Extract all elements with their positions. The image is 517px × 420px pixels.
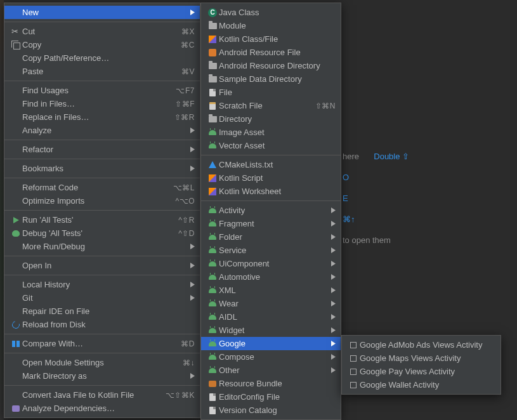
ctx-open-module-settings[interactable]: Open Module Settings⌘↓: [4, 356, 200, 369]
new-activity[interactable]: Activity: [201, 204, 341, 217]
google-google-admob-ads-views-activity[interactable]: Google AdMob Ads Views Activity: [342, 338, 501, 351]
new-android-resource-directory[interactable]: Android Resource Directory: [201, 59, 341, 72]
android-icon: [206, 355, 219, 360]
new-cmakelists-txt[interactable]: CMakeLists.txt: [201, 158, 341, 171]
ctx-reload-from-disk[interactable]: Reload from Disk: [4, 318, 200, 331]
android-icon: [206, 341, 219, 346]
ctx-compare-with[interactable]: Compare With…⌘D: [4, 337, 200, 350]
chevron-right-icon: [186, 164, 195, 173]
new-uicomponent[interactable]: UiComponent: [201, 257, 341, 270]
ctx-local-history[interactable]: Local History: [4, 278, 200, 291]
ctx-find-in-files[interactable]: Find in Files…⇧⌘F: [4, 97, 200, 110]
new-kotlin-script[interactable]: Kotlin Script: [201, 171, 341, 185]
new-java-class[interactable]: CJava Class: [201, 6, 341, 19]
ctx-more-run-debug[interactable]: More Run/Debug: [4, 240, 200, 253]
scratch-icon: [206, 102, 219, 110]
new-module[interactable]: Module: [201, 19, 341, 32]
menu-item-label: Compare With…: [22, 339, 174, 348]
google-google-wallet-activity[interactable]: Google Wallet Activity: [342, 378, 501, 391]
new-compose[interactable]: Compose: [201, 350, 341, 364]
menu-item-label: Resource Bundle: [219, 379, 327, 388]
google-google-pay-views-activity[interactable]: Google Pay Views Activity: [342, 365, 501, 378]
new-xml[interactable]: XML: [201, 284, 341, 297]
menu-item-label: XML: [219, 285, 327, 295]
new-version-catalog[interactable]: Version Catalog: [201, 404, 341, 417]
new-android-resource-file[interactable]: Android Resource File: [201, 46, 341, 59]
ctx-cut[interactable]: ✂Cut⌘X: [4, 25, 200, 38]
ctx-copy[interactable]: Copy⌘C: [4, 38, 200, 51]
ctx-open-in[interactable]: Open In: [4, 259, 200, 272]
ctx-find-usages[interactable]: Find Usages⌥F7: [4, 84, 200, 97]
ctx-analyze-dependencies[interactable]: Analyze Dependencies…: [4, 402, 200, 415]
menu-item-shortcut: ⌘D: [174, 339, 195, 348]
ctx-bookmarks[interactable]: Bookmarks: [4, 162, 200, 175]
ctx-convert-java-file-to-kotlin-file[interactable]: Convert Java File to Kotlin File⌥⇧⌘K: [4, 388, 200, 402]
menu-item-label: Copy Path/Reference…: [22, 53, 186, 63]
new-widget[interactable]: Widget: [201, 324, 341, 337]
android-icon: [206, 130, 219, 135]
ctx-new[interactable]: New: [4, 6, 200, 19]
ctx-repair-ide-on-file[interactable]: Repair IDE on File: [4, 305, 200, 318]
menu-item-label: Widget: [219, 325, 327, 335]
new-image-asset[interactable]: Image Asset: [201, 126, 341, 139]
android-icon: [206, 143, 219, 148]
menu-item-label: Android Resource File: [219, 48, 327, 57]
android-icon: [206, 275, 219, 280]
ctx-git[interactable]: Git: [4, 291, 200, 305]
ctx-copy-path-reference[interactable]: Copy Path/Reference…: [4, 51, 200, 65]
ctx-reformat-code[interactable]: Reformat Code⌥⌘L: [4, 181, 200, 194]
new-kotlin-worksheet[interactable]: Kotlin Worksheet: [201, 185, 341, 198]
menu-item-label: Android Resource Directory: [219, 61, 327, 70]
new-file[interactable]: File: [201, 86, 341, 99]
menu-item-label: Copy: [22, 40, 174, 49]
new-editorconfig-file[interactable]: EditorConfig File: [201, 390, 341, 404]
ctx-optimize-imports[interactable]: Optimize Imports^⌥O: [4, 194, 200, 207]
ctx-replace-in-files[interactable]: Replace in Files…⇧⌘R: [4, 110, 200, 124]
new-sample-data-directory[interactable]: Sample Data Directory: [201, 72, 341, 86]
new-wear[interactable]: Wear: [201, 297, 341, 310]
menu-item-label: Refactor: [22, 145, 186, 154]
menu-item-label: Module: [219, 21, 327, 30]
square-icon: [347, 369, 360, 375]
android-icon: [206, 208, 219, 213]
menu-item-label: Service: [219, 246, 327, 255]
new-automotive[interactable]: Automotive: [201, 270, 341, 284]
folder-icon: [206, 63, 219, 69]
ctx-run-all-tests[interactable]: Run 'All Tests'^⇧R: [4, 213, 200, 226]
google-google-maps-views-activity[interactable]: Google Maps Views Activity: [342, 351, 501, 365]
ctx-paste[interactable]: Paste⌘V: [4, 65, 200, 78]
new-resource-bundle[interactable]: Resource Bundle: [201, 377, 341, 390]
bundle-icon: [206, 381, 219, 387]
new-service[interactable]: Service: [201, 244, 341, 257]
new-fragment[interactable]: Fragment: [201, 217, 341, 230]
ctx-debug-all-tests[interactable]: Debug 'All Tests'^⇧D: [4, 226, 200, 240]
new-google[interactable]: Google: [201, 337, 341, 350]
kotlin-icon: [206, 188, 219, 195]
android-icon: [206, 368, 219, 373]
chevron-right-icon: [327, 365, 336, 375]
new-other[interactable]: Other: [201, 364, 341, 377]
menu-item-shortcut: ^⌥O: [169, 197, 195, 206]
menu-item-label: Debug 'All Tests': [22, 228, 172, 238]
menu-item-label: Kotlin Script: [219, 173, 327, 183]
chevron-right-icon: [186, 293, 195, 303]
menu-item-shortcut: ⇧⌘N: [309, 102, 336, 110]
menu-item-label: Vector Asset: [219, 141, 327, 150]
ctx-refactor[interactable]: Refactor: [4, 143, 200, 156]
menu-item-label: Image Asset: [219, 128, 327, 137]
new-scratch-file[interactable]: Scratch File⇧⌘N: [201, 99, 341, 112]
new-aidl[interactable]: AIDL: [201, 310, 341, 324]
menu-item-label: Optimize Imports: [22, 196, 169, 206]
chevron-right-icon: [327, 259, 336, 268]
new-folder[interactable]: Folder: [201, 230, 341, 244]
new-directory[interactable]: Directory: [201, 112, 341, 126]
menu-item-label: Google Wallet Activity: [360, 380, 487, 390]
ctx-analyze[interactable]: Analyze: [4, 124, 200, 137]
menu-item-label: Convert Java File to Kotlin File: [22, 390, 159, 400]
new-kotlin-class-file[interactable]: Kotlin Class/File: [201, 32, 341, 46]
menu-item-shortcut: ⇧⌘F: [169, 100, 195, 108]
ctx-mark-directory-as[interactable]: Mark Directory as: [4, 369, 200, 383]
menu-item-shortcut: ⌥⌘L: [167, 183, 195, 192]
new-vector-asset[interactable]: Vector Asset: [201, 139, 341, 152]
menu-item-label: Activity: [219, 206, 327, 215]
